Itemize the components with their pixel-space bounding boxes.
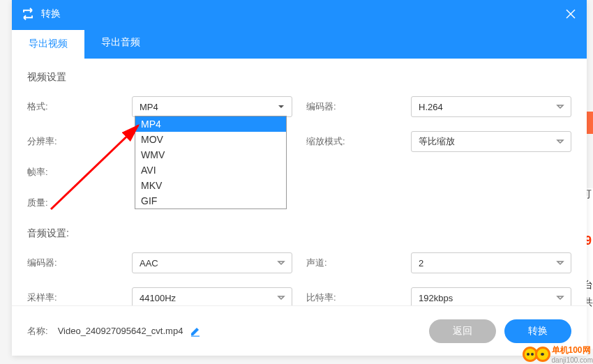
samplerate-label: 采样率: [27,291,132,304]
format-value: MP4 [140,102,158,112]
video-settings-title: 视频设置 [27,71,571,84]
dropdown-item[interactable]: GIF [135,193,286,208]
channel-select[interactable]: 2 [411,252,571,273]
dropdown-item[interactable]: AVI [135,162,286,178]
chevron-down-icon [555,258,565,268]
aencoder-select[interactable]: AAC [132,252,292,273]
aencoder-value: AAC [140,258,158,268]
format-select[interactable]: MP4 [132,96,292,117]
samplerate-select[interactable]: 44100Hz [132,287,292,305]
chevron-down-icon [276,102,286,112]
back-button[interactable]: 返回 [429,319,496,343]
dropdown-item[interactable]: MP4 [135,116,286,132]
window-title: 转换 [41,8,564,20]
watermark: 单机100网 danji100.com [523,344,593,364]
bitrate-select[interactable]: 192kbps [411,287,571,305]
dropdown-item[interactable]: WMV [135,147,286,162]
format-dropdown: MP4MOVWMVAVIMKVGIF [135,116,287,209]
format-label: 格式: [27,100,132,113]
scale-select[interactable]: 等比缩放 [411,131,571,152]
samplerate-value: 44100Hz [140,293,176,303]
content: 视频设置 格式: MP4 编码器: H.264 分辨率: [12,59,587,305]
convert-dialog: 转换 导出视频 导出音频 视频设置 格式: MP4 编码器: H.264 [12,0,587,356]
audio-settings-title: 音频设置: [27,227,571,240]
watermark-name: 单机100网 [552,344,593,356]
scale-value: 等比缩放 [419,135,455,148]
convert-button[interactable]: 转换 [504,319,571,343]
edit-icon[interactable] [190,326,201,337]
tab-export-audio[interactable]: 导出音频 [84,28,157,59]
filename-label: 名称: [27,325,48,338]
fps-label: 帧率: [27,166,132,179]
encoder-label: 编码器: [306,100,411,113]
resolution-label: 分辨率: [27,135,132,148]
svg-rect-2 [191,335,200,336]
titlebar: 转换 [12,0,587,28]
chevron-down-icon [276,258,286,268]
chevron-down-icon [555,137,565,146]
aencoder-label: 编码器: [27,257,132,269]
convert-icon [22,8,34,20]
close-icon[interactable] [564,8,577,20]
channel-value: 2 [419,258,423,268]
chevron-down-icon [555,102,565,112]
tab-export-video[interactable]: 导出视频 [12,28,84,59]
encoder-select[interactable]: H.264 [411,96,571,117]
chevron-down-icon [555,293,565,303]
footer: 名称: Video_240927095642_cvt.mp4 返回 转换 [12,305,587,356]
filename-value: Video_240927095642_cvt.mp4 [58,326,183,336]
dropdown-item[interactable]: MOV [135,132,286,147]
encoder-value: H.264 [419,102,443,112]
bitrate-label: 比特率: [306,291,411,304]
scale-label: 缩放模式: [306,135,411,148]
watermark-url: danji100.com [552,356,593,364]
dropdown-item[interactable]: MKV [135,178,286,193]
tabs: 导出视频 导出音频 [12,28,587,59]
quality-label: 质量: [27,197,132,209]
bitrate-value: 192kbps [419,293,453,303]
channel-label: 声道: [306,257,411,269]
chevron-down-icon [276,293,286,303]
logo-icon [535,347,550,362]
